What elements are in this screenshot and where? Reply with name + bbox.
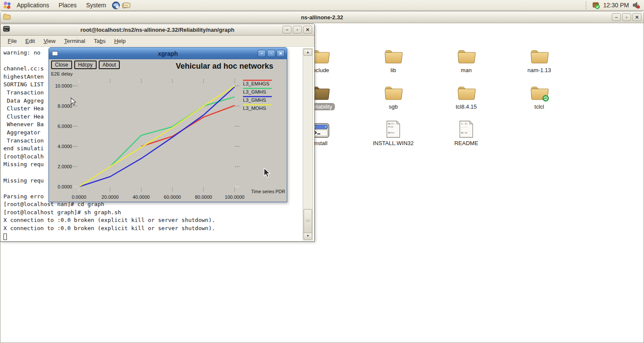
terminal-menu-edit[interactable]: Edit [21, 36, 39, 46]
gnome-menu-icon[interactable] [3, 1, 11, 9]
scroll-down-icon[interactable]: ▼ [304, 233, 312, 240]
fm-minimize-button[interactable]: – [612, 13, 621, 21]
fm-row: include lib man nam-1.1 [284, 46, 576, 82]
terminal-titlebar[interactable]: root@localhost:/ns2/ns-allinone-2.32/Rel… [0, 24, 314, 36]
terminal-icon [3, 26, 10, 33]
fm-close-button[interactable]: ✕ [632, 13, 641, 21]
y-tick-label: 8.0000 [58, 103, 72, 109]
series-line-l3_gmhs [110, 97, 235, 167]
notes-icon[interactable] [122, 1, 131, 9]
x-axis-title: Time series PDR [251, 189, 285, 194]
fm-item-nam-1.13[interactable]: nam-1.13 [503, 46, 576, 82]
text-file-icon: NeitrAlsoBefor [386, 118, 401, 138]
scrollbar-thumb[interactable] [304, 209, 312, 234]
x-tick-label: 20.0000 [102, 194, 119, 200]
chart-title: Vehicular ad hoc networks [171, 62, 278, 71]
fm-item-label: README [452, 140, 481, 147]
xgraph-window-icon [52, 51, 58, 56]
fm-item-label: tcl8.4.15 [453, 103, 479, 110]
volume-icon[interactable] [632, 1, 641, 9]
x-tick-label: 40.0000 [133, 194, 150, 200]
terminal-menu-terminal[interactable]: Terminal [60, 36, 89, 46]
xgraph-content: CloseHdcpyAbout E2E delay Vehicular ad h… [49, 59, 287, 202]
fm-window-title: ns-allinone-2.32 [0, 14, 644, 21]
scroll-up-icon[interactable]: ▲ [304, 49, 312, 56]
fm-item-readme[interactable]: 1. Ir.....Ns-al README [430, 118, 503, 155]
fm-row: Reliability sgb tcl8.4.15 [284, 82, 576, 118]
clock[interactable]: 12:30 PM [603, 2, 629, 9]
legend-label: L3_GMHS [243, 97, 266, 103]
terminal-line: X connection to :0.0 broken (explicit ki… [3, 225, 301, 233]
panel-handle[interactable] [586, 1, 588, 9]
terminal-window-title: root@localhost:/ns2/ns-allinone-2.32/Rel… [0, 27, 314, 33]
svg-text:Neitr: Neitr [388, 122, 395, 125]
xgraph-plot: 0.00002.00004.00006.00008.000010.00000.0… [49, 59, 287, 202]
legend-label: L3_GMHS [243, 89, 266, 94]
xgraph-hdcpy-button[interactable]: Hdcpy [74, 61, 97, 69]
menu-applications[interactable]: Applications [13, 1, 53, 9]
mouse-cursor-large [263, 167, 271, 179]
fm-item-tcl8.4.15[interactable]: tcl8.4.15 [430, 82, 503, 118]
xgraph-window: xgraph – ▫ ✕ CloseHdcpyAbout E2E delay V… [49, 47, 287, 202]
fm-item-lib[interactable]: lib [357, 46, 430, 82]
fm-item-tclcl[interactable]: tclcl [503, 82, 576, 118]
xgraph-titlebar[interactable]: xgraph – ▫ ✕ [49, 48, 287, 59]
terminal-menu-tabs[interactable]: Tabs [90, 36, 109, 46]
fm-item-label: lib [388, 67, 398, 74]
x-tick-label: 100.0000 [225, 194, 245, 200]
software-updater-icon[interactable] [592, 1, 600, 9]
folder-icon [3, 13, 11, 21]
fm-item-label: tclcl [532, 103, 547, 110]
terminal-menu-help[interactable]: Help [110, 36, 130, 46]
xgraph-about-button[interactable]: About [99, 61, 120, 69]
top-panel: Applications Places System [0, 0, 644, 11]
text-file-icon: 1. Ir.....Ns-al [459, 118, 474, 138]
terminal-menu-file[interactable]: File [4, 36, 21, 46]
fm-item-sgb[interactable]: sgb [357, 82, 430, 118]
fm-maximize-button[interactable]: ▫ [622, 13, 631, 21]
fm-icon-grid: include lib man nam-1.1 [284, 46, 576, 155]
mouse-cursor-small [70, 97, 77, 106]
y-axis-title: E2E delay [51, 71, 73, 76]
xgraph-close-button[interactable]: Close [51, 61, 72, 69]
fm-item-man[interactable]: man [430, 46, 503, 82]
xgraph-minimize-button[interactable]: – [258, 50, 266, 57]
xgraph-close-button[interactable]: ✕ [276, 50, 285, 57]
x-tick-label: 0.0000 [72, 194, 86, 200]
terminal-cursor[interactable] [3, 234, 7, 240]
folder-link-icon [529, 82, 549, 102]
svg-text:Also: Also [388, 125, 393, 128]
folder-icon [383, 46, 403, 65]
legend-label: L3_MOHS [243, 106, 266, 111]
menu-system[interactable]: System [82, 1, 110, 9]
terminal-close-button[interactable]: ✕ [303, 26, 312, 33]
folder-icon [456, 46, 476, 65]
y-tick-label: 2.0000 [58, 164, 72, 169]
series-line-l3_mohs [79, 86, 235, 187]
terminal-minimize-button[interactable]: – [283, 26, 292, 33]
svg-text:1. Ir: 1. Ir [461, 122, 468, 125]
y-tick-label: 4.0000 [58, 144, 72, 149]
fm-item-label: INSTALL.WIN32 [370, 140, 416, 147]
terminal-scrollbar[interactable]: ▲ ▼ [303, 48, 313, 240]
fm-titlebar[interactable]: ns-allinone-2.32 – ▫ ✕ [0, 12, 644, 23]
xgraph-maximize-button[interactable]: ▫ [267, 50, 275, 57]
menu-places[interactable]: Places [55, 1, 81, 9]
x-tick-label: 60.0000 [164, 194, 181, 200]
y-tick-label: 0.0000 [58, 184, 72, 189]
web-browser-icon[interactable] [112, 1, 120, 9]
fm-item-label: sgb [386, 103, 401, 110]
folder-icon [529, 46, 549, 65]
fm-item-label: nam-1.13 [525, 67, 554, 74]
terminal-prompt-line[interactable] [3, 233, 301, 241]
svg-text:Befor: Befor [388, 131, 395, 134]
y-tick-label: 6.0000 [58, 124, 72, 129]
x-tick-label: 80.0000 [195, 194, 212, 200]
terminal-menu-view[interactable]: View [39, 36, 59, 46]
fm-item-install.win32[interactable]: NeitrAlsoBefor INSTALL.WIN32 [357, 118, 430, 155]
xgraph-toolbar: CloseHdcpyAbout [51, 61, 120, 69]
terminal-maximize-button[interactable]: ▫ [293, 26, 302, 33]
svg-text:.....: ..... [461, 125, 468, 128]
terminal-line: X connection to :0.0 broken (explicit ki… [3, 216, 301, 225]
fm-item-label: man [458, 67, 474, 74]
